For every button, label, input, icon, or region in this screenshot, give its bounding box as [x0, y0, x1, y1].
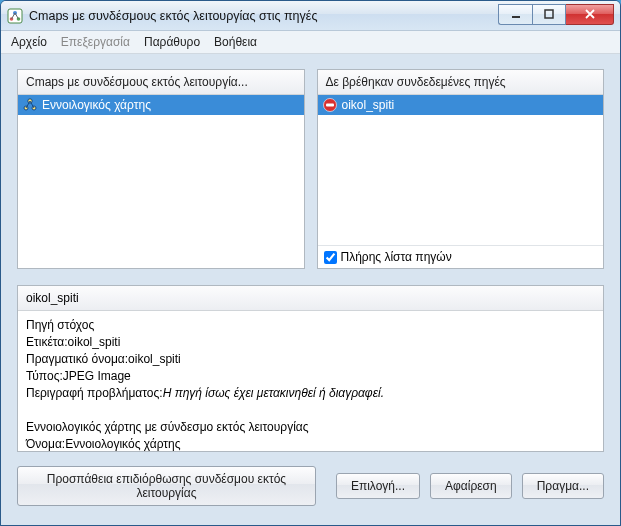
- detail-line: Περιγραφή προβλήματος:Η πηγή ίσως έχει μ…: [26, 385, 595, 402]
- detail-line: Όνομα:Εννοιολογικός χάρτης: [26, 436, 595, 451]
- resources-pane: Δε βρέθηκαν συνδεδεμένες πηγές oikol_spi…: [317, 69, 605, 269]
- menu-help[interactable]: Βοήθεια: [208, 33, 263, 51]
- menu-edit: Επεξεργασία: [55, 33, 136, 51]
- full-list-label: Πλήρης λίστα πηγών: [341, 250, 452, 264]
- detail-line: Πηγή στόχος: [26, 317, 595, 334]
- resources-list[interactable]: oikol_spiti: [318, 95, 604, 245]
- window-controls: [498, 4, 614, 25]
- full-list-checkbox[interactable]: [324, 251, 337, 264]
- menu-file[interactable]: Αρχείο: [5, 33, 53, 51]
- detail-header: oikol_spiti: [18, 286, 603, 311]
- minimize-button[interactable]: [498, 4, 532, 25]
- remove-button[interactable]: Αφαίρεση: [430, 473, 512, 499]
- resources-pane-footer: Πλήρης λίστα πηγών: [318, 245, 604, 268]
- resources-pane-header: Δε βρέθηκαν συνδεδεμένες πηγές: [318, 70, 604, 95]
- titlebar[interactable]: Cmaps με συνδέσμους εκτός λειτουργίας στ…: [1, 1, 620, 31]
- content-area: Cmaps με συνδέσμους εκτός λειτουργία...: [1, 53, 620, 525]
- select-button[interactable]: Επιλογή...: [336, 473, 420, 499]
- maximize-button[interactable]: [532, 4, 566, 25]
- list-item-label: Εννοιλογικός χάρτης: [42, 98, 151, 112]
- menu-window[interactable]: Παράθυρο: [138, 33, 206, 51]
- cmap-icon: [22, 97, 38, 113]
- detail-line: Πραγματικό όνομα:oikol_spiti: [26, 351, 595, 368]
- cmaps-pane: Cmaps με συνδέσμους εκτός λειτουργία...: [17, 69, 305, 269]
- broken-resource-icon: [322, 97, 338, 113]
- detail-line: Τύπος:JPEG Image: [26, 368, 595, 385]
- detail-line: Εννοιολογικός χάρτης με σύνδεσμο εκτός λ…: [26, 419, 595, 436]
- detail-body: Πηγή στόχος Ετικέτα:oikol_spiti Πραγματι…: [18, 311, 603, 451]
- svg-rect-14: [326, 104, 334, 107]
- detail-line: Ετικέτα:oikol_spiti: [26, 334, 595, 351]
- cmaps-list[interactable]: Εννοιλογικός χάρτης: [18, 95, 304, 268]
- close-button[interactable]: [566, 4, 614, 25]
- blank-line: [26, 402, 595, 419]
- detail-panel: oikol_spiti Πηγή στόχος Ετικέτα:oikol_sp…: [17, 285, 604, 452]
- window-title: Cmaps με συνδέσμους εκτός λειτουργίας στ…: [29, 9, 498, 23]
- svg-rect-7: [545, 10, 553, 18]
- fix-link-button[interactable]: Προσπάθεια επιδιόρθωσης συνδέσμου εκτός …: [17, 466, 316, 506]
- list-item[interactable]: oikol_spiti: [318, 95, 604, 115]
- cmaps-pane-header: Cmaps με συνδέσμους εκτός λειτουργία...: [18, 70, 304, 95]
- list-item-label: oikol_spiti: [342, 98, 395, 112]
- button-row: Προσπάθεια επιδιόρθωσης συνδέσμου εκτός …: [17, 466, 604, 506]
- thing-button[interactable]: Πραγμα...: [522, 473, 604, 499]
- menubar: Αρχείο Επεξεργασία Παράθυρο Βοήθεια: [1, 31, 620, 54]
- list-item[interactable]: Εννοιλογικός χάρτης: [18, 95, 304, 115]
- svg-rect-6: [512, 16, 520, 18]
- app-window: Cmaps με συνδέσμους εκτός λειτουργίας στ…: [0, 0, 621, 526]
- app-icon: [7, 8, 23, 24]
